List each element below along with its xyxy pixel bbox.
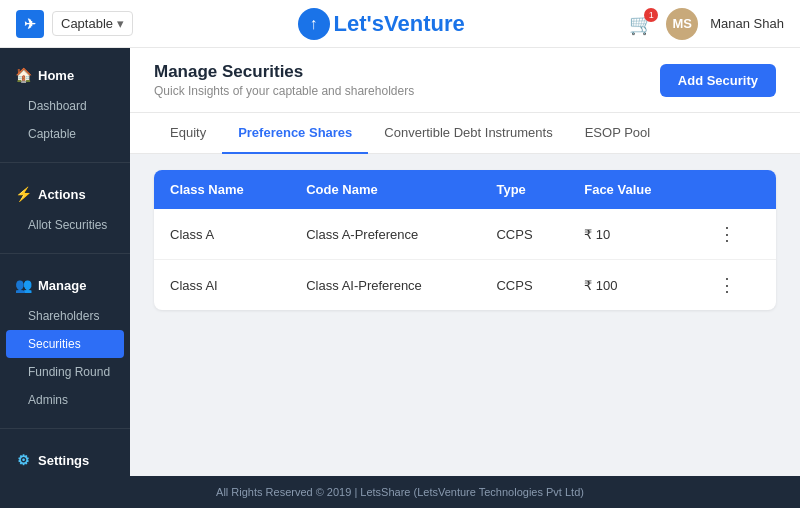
- securities-table: Class Name Code Name Type Face Value Cla…: [154, 170, 776, 310]
- sidebar-section-actions: ⚡ Actions Allot Securities: [0, 167, 130, 249]
- sidebar-divider-3: [0, 428, 130, 429]
- cell-class-name: Class AI: [154, 260, 290, 311]
- cell-row-actions: ⋮: [696, 209, 776, 260]
- cell-face-value: ₹ 100: [568, 260, 696, 311]
- user-name: Manan Shah: [710, 16, 784, 31]
- company-selector[interactable]: Captable ▾: [52, 11, 133, 36]
- table-area: Class Name Code Name Type Face Value Cla…: [130, 154, 800, 476]
- sidebar-group-actions[interactable]: ⚡ Actions: [0, 177, 130, 211]
- cell-type: CCPS: [480, 209, 568, 260]
- add-security-button[interactable]: Add Security: [660, 64, 776, 97]
- sidebar-divider-2: [0, 253, 130, 254]
- sidebar-section-manage: 👥 Manage Shareholders Securities Funding…: [0, 258, 130, 424]
- sidebar-group-settings-label: Settings: [38, 453, 89, 468]
- company-name: Captable: [61, 16, 113, 31]
- tab-esop-pool[interactable]: ESOP Pool: [569, 113, 667, 154]
- content-header: Manage Securities Quick Insights of your…: [130, 48, 800, 113]
- topbar: ✈ Captable ▾ ↑ Let'sVenture 🛒 1 MS Manan…: [0, 0, 800, 48]
- col-face-value: Face Value: [568, 170, 696, 209]
- tab-convertible-debt[interactable]: Convertible Debt Instruments: [368, 113, 568, 154]
- col-class-name: Class Name: [154, 170, 290, 209]
- cell-code-name: Class A-Preference: [290, 209, 480, 260]
- sidebar-group-settings[interactable]: ⚙ Settings: [0, 443, 130, 476]
- col-actions: [696, 170, 776, 209]
- content-area: Manage Securities Quick Insights of your…: [130, 48, 800, 476]
- topbar-center: ↑ Let'sVenture: [298, 8, 465, 40]
- sidebar-group-home-label: Home: [38, 68, 74, 83]
- sidebar-item-captable[interactable]: Captable: [0, 120, 130, 148]
- brand-name-part2: sVenture: [372, 11, 465, 36]
- brand-name: Let'sVenture: [334, 11, 465, 37]
- sidebar-item-allot-securities[interactable]: Allot Securities: [0, 211, 130, 239]
- notification-badge: 1: [644, 8, 658, 22]
- col-type: Type: [480, 170, 568, 209]
- page-title: Manage Securities: [154, 62, 414, 82]
- topbar-right: 🛒 1 MS Manan Shah: [629, 8, 784, 40]
- sidebar-item-funding-round[interactable]: Funding Round: [0, 358, 130, 386]
- row-menu-button[interactable]: ⋮: [712, 274, 742, 296]
- table-header: Class Name Code Name Type Face Value: [154, 170, 776, 209]
- footer-text: All Rights Reserved © 2019 | LetsShare (…: [216, 486, 584, 498]
- topbar-left: ✈ Captable ▾: [16, 10, 133, 38]
- home-icon: 🏠: [14, 66, 32, 84]
- table-row: Class AI Class AI-Preference CCPS ₹ 100 …: [154, 260, 776, 311]
- footer: All Rights Reserved © 2019 | LetsShare (…: [0, 476, 800, 508]
- settings-icon: ⚙: [14, 451, 32, 469]
- chevron-down-icon: ▾: [117, 16, 124, 31]
- user-avatar: MS: [666, 8, 698, 40]
- sidebar-group-actions-label: Actions: [38, 187, 86, 202]
- sidebar-divider-1: [0, 162, 130, 163]
- cell-row-actions: ⋮: [696, 260, 776, 311]
- actions-icon: ⚡: [14, 185, 32, 203]
- tabs-bar: Equity Preference Shares Convertible Deb…: [130, 113, 800, 154]
- brand-icon: ↑: [298, 8, 330, 40]
- sidebar-item-admins[interactable]: Admins: [0, 386, 130, 414]
- tab-equity[interactable]: Equity: [154, 113, 222, 154]
- table-row: Class A Class A-Preference CCPS ₹ 10 ⋮: [154, 209, 776, 260]
- page-info: Manage Securities Quick Insights of your…: [154, 62, 414, 98]
- table-body: Class A Class A-Preference CCPS ₹ 10 ⋮ C…: [154, 209, 776, 310]
- sidebar: 🏠 Home Dashboard Captable ⚡ Actions Allo…: [0, 48, 130, 476]
- brand-name-part1: Let: [334, 11, 367, 36]
- cell-face-value: ₹ 10: [568, 209, 696, 260]
- col-code-name: Code Name: [290, 170, 480, 209]
- sidebar-group-home[interactable]: 🏠 Home: [0, 58, 130, 92]
- cell-code-name: Class AI-Preference: [290, 260, 480, 311]
- manage-icon: 👥: [14, 276, 32, 294]
- sidebar-section-settings: ⚙ Settings Company Profile My Profile: [0, 433, 130, 476]
- page-subtitle: Quick Insights of your captable and shar…: [154, 84, 414, 98]
- cell-type: CCPS: [480, 260, 568, 311]
- sidebar-item-securities[interactable]: Securities: [6, 330, 124, 358]
- notification-button[interactable]: 🛒 1: [629, 12, 654, 36]
- sidebar-group-manage[interactable]: 👥 Manage: [0, 268, 130, 302]
- tab-preference-shares[interactable]: Preference Shares: [222, 113, 368, 154]
- row-menu-button[interactable]: ⋮: [712, 223, 742, 245]
- sidebar-section-home: 🏠 Home Dashboard Captable: [0, 48, 130, 158]
- main-wrapper: 🏠 Home Dashboard Captable ⚡ Actions Allo…: [0, 48, 800, 476]
- sidebar-group-manage-label: Manage: [38, 278, 86, 293]
- brand-logo: ↑ Let'sVenture: [298, 8, 465, 40]
- cell-class-name: Class A: [154, 209, 290, 260]
- sidebar-item-dashboard[interactable]: Dashboard: [0, 92, 130, 120]
- sidebar-item-shareholders[interactable]: Shareholders: [0, 302, 130, 330]
- app-logo-icon: ✈: [16, 10, 44, 38]
- user-initials: MS: [673, 16, 693, 31]
